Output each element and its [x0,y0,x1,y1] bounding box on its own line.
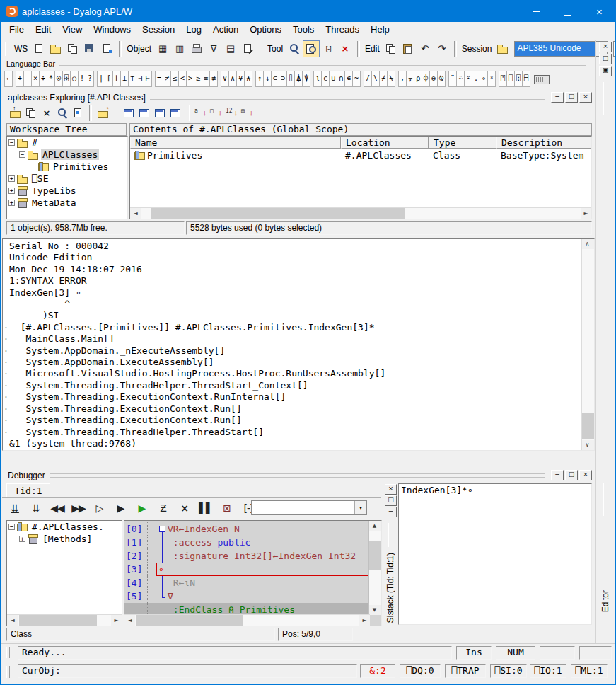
explorer-close-button[interactable]: × [579,92,592,103]
tree-item-methods[interactable]: +[Methods] [7,533,122,545]
collapse-icon[interactable]: − [159,526,165,532]
code-line[interactable]: [3]∘ [124,563,370,576]
menu-windows[interactable]: Windows [88,22,136,38]
view-details-button[interactable] [168,105,183,122]
interrupt-button[interactable]: ⊠ [219,500,236,517]
search-tool-button[interactable] [303,40,320,57]
scrollbar-thumb[interactable] [19,615,97,626]
sort-by-description-button[interactable] [240,105,255,122]
scroll-down-icon[interactable]: ▼ [369,605,380,615]
expand-icon[interactable]: + [19,536,25,542]
redo-button[interactable]: ↷ [434,40,451,57]
scroll-left-icon[interactable]: ◄ [124,615,135,626]
scrollbar-track[interactable] [141,208,581,219]
export-ws-button[interactable] [98,40,115,57]
edit-array-button[interactable]: ▥ [171,40,188,57]
zoom-button[interactable] [286,40,303,57]
quit-button[interactable]: × [176,500,193,517]
scrollbar-thumb[interactable] [136,615,243,626]
menu-threads[interactable]: Threads [320,22,365,38]
open-log-button[interactable] [494,40,511,57]
next-button[interactable]: ▶▶ [70,500,87,517]
scrollbar-thumb[interactable] [369,541,381,570]
tree-item-metadata[interactable]: +MetaData [7,197,127,209]
column-header-description[interactable]: Description [496,137,591,149]
scroll-right-icon[interactable]: ► [111,615,122,626]
collapse-icon[interactable]: − [8,139,15,146]
copy-button[interactable] [383,40,400,57]
collapse-icon[interactable]: − [19,151,25,158]
apl-symbol-button[interactable]: ≢ [209,71,218,87]
tree-item-se[interactable]: +⎕SE [7,173,127,185]
save-ws-button[interactable] [81,40,98,57]
delete-object-button[interactable]: × [39,105,54,122]
debugger-close-button[interactable]: × [579,470,592,480]
explorer-minimize-button[interactable]: − [551,92,564,103]
scrollbar-thumb[interactable] [151,208,405,219]
collapse-icon[interactable]: − [8,524,15,530]
clear-ws-button[interactable] [30,40,47,57]
tree-item-aplclasses[interactable]: −#.APLClasses. [7,521,122,533]
apl-symbol-button[interactable]: ← [4,71,13,87]
edit-object-button[interactable]: ▦ [154,40,171,57]
scroll-down-icon[interactable]: ∨ [582,440,593,450]
session-log[interactable]: Serial No : 000042Unicode EditionMon Dec… [2,238,595,451]
gripper[interactable] [6,666,10,678]
debugger-trace-combo[interactable]: ▾ [251,500,367,515]
up-one-level-button[interactable] [8,105,23,122]
dock-float-button[interactable]: ▣ [599,66,612,76]
column-header-name[interactable]: Name [130,137,341,149]
line-numbers-button[interactable]: [-] [320,40,337,57]
table-row[interactable]: Primitives#.APLClassesClassBaseType:Syst… [130,149,591,161]
sistack-close-button[interactable]: × [385,484,397,495]
sort-by-location-button[interactable] [209,105,224,122]
apl-symbol-button[interactable]: ~ [352,71,361,87]
apl-symbol-button[interactable]: ⌸ [522,71,530,87]
code-editor[interactable]: [0]−∇R←IndexGen N[1] :access public[2] :… [124,520,382,626]
debugger-tree-hscrollbar[interactable]: ◄ ► [7,614,122,626]
view-small-buttons-icon[interactable] [136,105,152,122]
code-line[interactable]: [5]∇ [124,589,370,603]
execute-button[interactable]: ▶ [112,500,129,517]
scroll-left-icon[interactable]: ◄ [130,208,141,219]
apl-symbol-button[interactable]: ⊢ [144,71,152,87]
scrollbar-track[interactable] [135,615,359,626]
maximize-button[interactable] [552,1,583,22]
properties-button[interactable] [70,105,86,122]
grid-view-button[interactable]: ▤ [222,40,239,57]
apl-symbol-button[interactable]: ⍤ [487,71,496,87]
minimize-button[interactable] [520,1,552,22]
column-header-location[interactable]: Location [341,137,429,149]
copy-object-button[interactable] [23,105,39,122]
load-ws-button[interactable] [47,40,64,57]
sistack-pane[interactable]: IndexGen[3]*∘ [398,483,592,625]
scroll-left-icon[interactable]: ◄ [7,615,18,626]
view-large-buttons-icon[interactable] [121,105,136,122]
expand-icon[interactable]: + [8,200,15,206]
tab-tid-1[interactable]: Tid:1 [6,483,50,498]
menu-edit[interactable]: Edit [30,22,57,38]
code-vscrollbar[interactable]: ▲ ▼ [368,521,381,615]
menu-view[interactable]: View [57,22,88,38]
menu-options[interactable]: Options [244,22,287,38]
apl-symbol-button[interactable]: ⍉ [437,71,446,87]
scrollbar-track[interactable] [18,615,111,626]
apl-symbol-button[interactable]: ⍲ [244,71,252,87]
sistack-maximize-button[interactable]: □ [385,495,397,506]
contents-hscrollbar[interactable]: ◄ ► [130,207,591,219]
paste-button[interactable] [400,40,417,57]
skip-line-button[interactable]: ⇊ [28,500,45,517]
print-object-button[interactable] [188,40,205,57]
code-line[interactable]: :EndClass ⍝ Primitives [124,603,370,615]
continue-button[interactable]: ▶ [134,500,151,517]
expand-icon[interactable]: + [8,188,15,194]
session-vscrollbar[interactable]: ∧ ∨ [581,239,594,450]
find-button[interactable] [54,105,70,122]
tree-item-aplclasses[interactable]: −APLClasses [7,149,127,161]
scrollbar-thumb[interactable] [582,413,594,439]
apl-symbol-button[interactable]: ⍀ [387,71,395,87]
dock-close-button[interactable]: × [599,42,612,52]
menu-file[interactable]: File [4,22,30,38]
copy-ws-button[interactable] [64,40,81,57]
chevron-down-icon[interactable]: ▾ [354,501,366,514]
